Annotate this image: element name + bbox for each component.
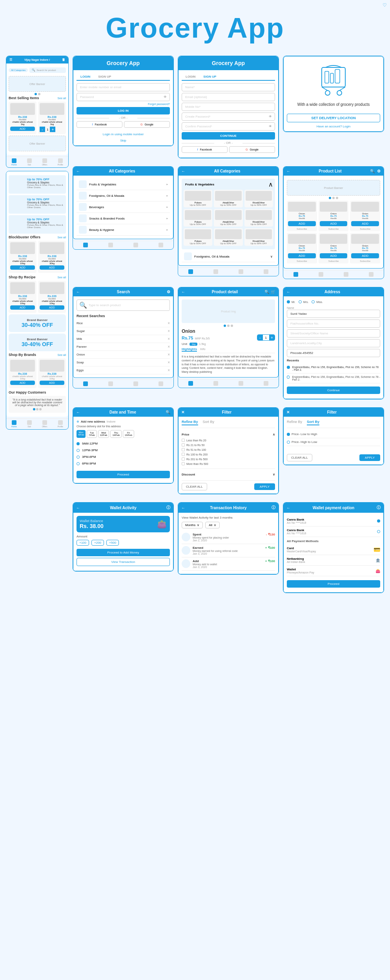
search-icon-pl[interactable]: 🔍: [370, 169, 375, 173]
cat-foodgrains[interactable]: Foodgrains, Oil & Masala ›: [77, 190, 170, 201]
back-arrow-pl[interactable]: ←: [286, 169, 290, 173]
atta-1[interactable]: Atta&OtherUp to 50% OFF: [214, 190, 242, 207]
sort-by-tab-2[interactable]: Sort By: [307, 420, 319, 425]
pl-p5[interactable]: Onion Rs.75 Rs.95 ADD Subscribe: [319, 233, 349, 263]
back-arrow-s[interactable]: ←: [76, 290, 80, 294]
search-icon-pd[interactable]: 🔍: [264, 290, 269, 294]
day-fri[interactable]: Fri16/Feb: [123, 430, 134, 438]
add-button-br1[interactable]: ADD: [10, 381, 35, 385]
price-opt-6[interactable]: More than Rs 500: [182, 461, 275, 466]
slot-4[interactable]: 6PM-9PM: [77, 460, 170, 467]
nav-cat-offers[interactable]: [133, 243, 138, 248]
nav-subscription[interactable]: Sub: [27, 158, 32, 166]
back-arrow-wp[interactable]: ←: [286, 506, 290, 510]
eye-icon-3[interactable]: 👁: [269, 125, 272, 128]
qty-plus[interactable]: +: [50, 127, 55, 132]
x-rice[interactable]: ×: [168, 321, 170, 325]
qty-minus[interactable]: -: [40, 127, 45, 132]
all-dropdown[interactable]: All ∨: [205, 522, 220, 528]
netbanking-option[interactable]: Netbanking All Indian Bank 🏦: [287, 555, 380, 566]
x-close-f1[interactable]: ✕: [181, 410, 184, 414]
flat-field[interactable]: Flat/house/office No.: [287, 319, 380, 328]
search-soap[interactable]: Soap ×: [77, 359, 170, 367]
price-opt-2[interactable]: Rs 21 to Rs 50: [182, 443, 275, 447]
filter-icon-s[interactable]: ⚙: [167, 290, 170, 294]
add-button-r1[interactable]: ADD: [10, 305, 35, 310]
mobile-input[interactable]: Mobile No*: [182, 103, 275, 111]
confirm-pw-input[interactable]: Confirm Password*: [182, 122, 275, 131]
nav-pd-home[interactable]: [188, 381, 193, 386]
search-icon-dt[interactable]: 🔍: [166, 410, 170, 414]
add-button-1[interactable]: ADD: [10, 127, 35, 131]
tab-highlights[interactable]: Highlights: [182, 347, 197, 352]
sort-by-tab[interactable]: Sort By: [203, 420, 215, 425]
pl-p6[interactable]: Onion Rs.75 Rs.95 ADD Subscribe: [350, 233, 380, 263]
x-eggs[interactable]: ×: [168, 368, 170, 372]
chevron-up-price[interactable]: ∧: [273, 433, 275, 436]
facebook-button[interactable]: f Facebook: [77, 121, 122, 128]
chip-500[interactable]: +500: [106, 540, 119, 546]
chip-200[interactable]: +200: [91, 540, 104, 546]
clear-all-btn-2[interactable]: CLEAR ALL: [287, 454, 312, 461]
tab-signup[interactable]: SIGN UP: [94, 73, 115, 80]
nav-s-sub[interactable]: [108, 381, 113, 387]
pl-p1[interactable]: Onion Rs.75 Rs.95 ADD Subscribe: [287, 201, 317, 231]
nav-pl-offers[interactable]: [344, 272, 348, 277]
apply-btn-1[interactable]: APPLY: [254, 483, 275, 490]
name-input[interactable]: Name*: [182, 83, 275, 91]
cart-icon-pd[interactable]: 🛒: [271, 290, 275, 294]
back-arrow-dt[interactable]: ←: [76, 410, 80, 414]
tab-login-su[interactable]: LOGIN: [182, 73, 199, 80]
search-paneer[interactable]: Paneer ×: [77, 343, 170, 351]
chip-100[interactable]: +100: [77, 540, 89, 546]
slot-3[interactable]: 3PM-6PM: [77, 454, 170, 460]
create-pw-input[interactable]: Create Password*: [182, 113, 275, 121]
add-button-b1[interactable]: ADD: [10, 265, 35, 270]
back-arrow-w[interactable]: ←: [76, 506, 80, 510]
clear-all-btn-1[interactable]: CLEAR ALL: [182, 483, 207, 490]
pulses-1[interactable]: PulsesUp to 50% OFF: [184, 190, 212, 207]
forgot-password[interactable]: Forgot password?: [77, 103, 170, 105]
months-dropdown[interactable]: Months ∨: [182, 522, 203, 528]
nav-pl-profile[interactable]: [369, 272, 374, 277]
add-pl2[interactable]: ADD: [320, 221, 348, 226]
sort-opt-1[interactable]: Price- Low to High: [287, 430, 380, 438]
address-option-2[interactable]: EngineerBabu, Plot no 156, EngineerBabu,…: [287, 374, 380, 383]
address-option-1[interactable]: EngineerBabu, Plot no 156, EngineerBabu,…: [287, 364, 380, 374]
cat-foodgrains-2[interactable]: Foodgrains, Oil & Masala ∨: [182, 251, 275, 262]
landmark-field[interactable]: Landmark/Locality,City: [287, 339, 380, 347]
wallet-option[interactable]: Wallet Phonepe/Amazon Pay 👛: [287, 566, 380, 576]
search-onion[interactable]: Onion ×: [77, 351, 170, 359]
filter-icon-pl[interactable]: ⚙: [377, 169, 381, 173]
card-option[interactable]: Card MasterCard/Visa/Rupay 💳: [287, 544, 380, 555]
bank-option-2[interactable]: Canra Bank A/c No ****1616: [287, 526, 380, 537]
name-field[interactable]: Sunil Yadav: [287, 310, 380, 318]
sort-opt-2[interactable]: Price- High to Low: [287, 438, 380, 446]
back-arrow-a[interactable]: ←: [286, 290, 290, 294]
x-sugar[interactable]: ×: [168, 329, 170, 333]
eye-icon-2[interactable]: 👁: [269, 115, 272, 118]
cat-beverages[interactable]: Beverages ›: [77, 201, 170, 213]
proceed-btn-dt[interactable]: Proceed: [77, 471, 170, 478]
street-field[interactable]: Street/Society/Office Name: [287, 329, 380, 338]
rice-1[interactable]: Rice&OtherUp to 50% OFF: [244, 190, 273, 207]
opt-miss[interactable]: Miss.: [312, 299, 323, 304]
nav-home[interactable]: Home: [11, 158, 16, 166]
pl-p3[interactable]: Onion Rs.75 Rs.95 ADD Subscribe: [350, 201, 380, 231]
unit-1-5kg[interactable]: 1.5kg: [199, 343, 206, 345]
add-pl4[interactable]: ADD: [288, 253, 316, 258]
skip-link[interactable]: Skip: [77, 139, 170, 142]
menu-icon[interactable]: ☰: [9, 58, 12, 62]
refine-by-tab-2[interactable]: Refine By: [287, 420, 302, 425]
nav-sub-2[interactable]: Sub: [27, 420, 32, 428]
email-input[interactable]: Enter mobile number or email: [77, 83, 170, 91]
nav-s-home[interactable]: [83, 381, 88, 387]
rice-2[interactable]: Rice&OtherUp to 50% OFF: [244, 209, 273, 227]
nav-cat-home[interactable]: [83, 243, 88, 248]
qty-plus-pd[interactable]: +: [269, 335, 275, 340]
back-arrow-t[interactable]: ←: [181, 506, 185, 510]
nav-s-profile[interactable]: [159, 381, 163, 387]
pl-p2[interactable]: Onion Rs.75 Rs.95 ADD Subscribe: [319, 201, 349, 231]
tab-info[interactable]: Info: [200, 347, 205, 352]
google-button[interactable]: G Google: [124, 121, 170, 128]
